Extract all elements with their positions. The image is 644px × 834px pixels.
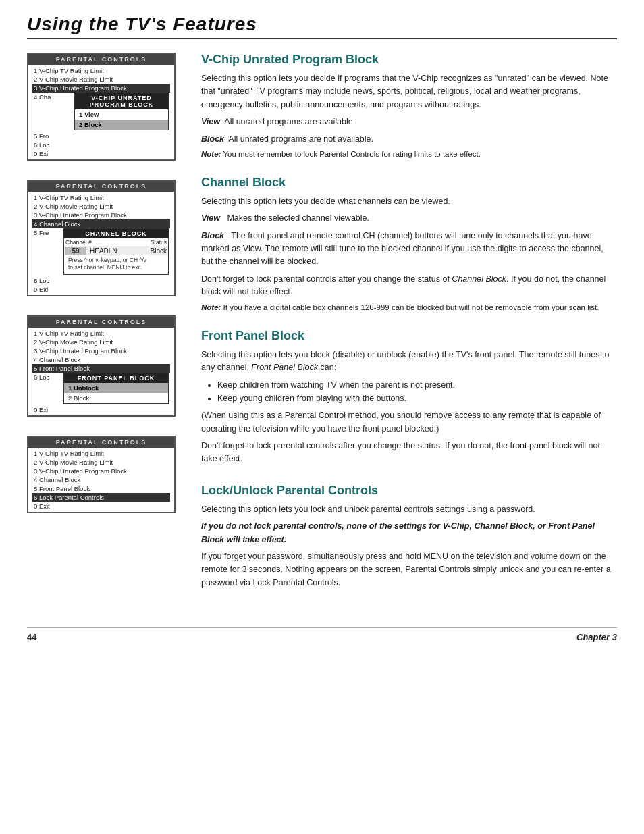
page-title: Using the TV's Features <box>27 14 617 35</box>
frontpanel-screen-header: PARENTAL CONTROLS <box>28 317 174 328</box>
fp-partial-1: 6 Loc <box>32 373 62 405</box>
lock-menu-item-5: 5 Front Panel Block <box>32 484 170 493</box>
vchip-partial-1: 4 Cha <box>32 93 73 132</box>
lock-menu-item-1: 1 V-Chip TV Rating Limit <box>32 449 170 458</box>
section-vchip-block: Block All unrated programs are not avail… <box>201 133 617 146</box>
channel-submenu: CHANNEL BLOCK Channel # Status 59 HEADLN… <box>63 228 169 275</box>
channel-status: Block <box>140 247 167 255</box>
fp-menu-item-2: 2 V-Chip Movie Rating Limit <box>32 338 170 346</box>
section-channel-view: View Makes the selected channel viewable… <box>201 212 617 225</box>
vchip-screen: PARENTAL CONTROLS 1 V-Chip TV Rating Lim… <box>27 53 176 161</box>
col-status: Status <box>151 239 167 246</box>
block-text: All unrated programs are not available. <box>228 134 373 144</box>
vchip-partial-2: 5 Fro <box>32 132 170 140</box>
right-column: V-Chip Unrated Program Block Selecting t… <box>201 53 617 607</box>
lock-menu-item-0: 0 Exit <box>32 502 170 511</box>
vchip-submenu-header: V-CHIP UNRATED PROGRAM BLOCK <box>75 93 168 109</box>
channel-note: Press ^ or v, keypad, or CH ^/vto set ch… <box>64 255 168 274</box>
content-area: PARENTAL CONTROLS 1 V-Chip TV Rating Lim… <box>27 53 617 607</box>
vchip-partial-3: 6 Loc <box>32 140 170 149</box>
vchip-note: Note: You must remember to lock Parental… <box>201 150 617 158</box>
block-label: Block <box>201 134 224 144</box>
ch-partial-2: 6 Loc <box>32 276 170 285</box>
section-channel-block: Block The front panel and remote control… <box>201 230 617 269</box>
lock-screen-header: PARENTAL CONTROLS <box>28 437 174 448</box>
note-text-channel: If you have a digital cable box channels… <box>223 303 599 311</box>
channel-block-italic: Channel Block <box>452 274 506 284</box>
channel-view-label: View <box>201 213 220 223</box>
section-frontpanel-intro: Selecting this option lets you block (di… <box>201 348 617 375</box>
section-channel-followup: Don't forget to lock parental controls a… <box>201 273 617 299</box>
channel-screen-menu: 1 V-Chip TV Rating Limit 2 V-Chip Movie … <box>28 192 174 295</box>
vchip-partial-4: 0 Exi <box>32 149 170 158</box>
lock-warning: If you do not lock parental controls, no… <box>201 520 617 546</box>
page-number: 44 <box>27 632 36 642</box>
lock-menu-item-6: 6 Lock Parental Controls <box>32 493 170 502</box>
section-vchip-title: V-Chip Unrated Program Block <box>201 53 617 67</box>
view-text: All unrated programs are available. <box>224 117 355 126</box>
section-vchip-view: View All unrated programs are available. <box>201 115 617 128</box>
channel-table-header: Channel # Status <box>64 238 168 246</box>
frontpanel-screen: PARENTAL CONTROLS 1 V-Chip TV Rating Lim… <box>27 315 176 417</box>
section-frontpanel-title: Front Panel Block <box>201 329 617 343</box>
fp-italic: Front Panel Block <box>251 363 318 372</box>
section-channel-intro: Selecting this option lets you decide wh… <box>201 195 617 208</box>
lock-menu-item-4: 4 Channel Block <box>32 475 170 484</box>
section-lock-title: Lock/Unlock Parental Controls <box>201 484 617 498</box>
frontpanel-bullets: Keep children from watching TV when the … <box>217 378 617 405</box>
vchip-menu-item-3: 3 V-Chip Unrated Program Block <box>32 84 170 93</box>
frontpanel-screen-menu: 1 V-Chip TV Rating Limit 2 V-Chip Movie … <box>28 328 174 415</box>
channel-view-text: Makes the selected channel viewable. <box>227 213 369 223</box>
channel-screen: PARENTAL CONTROLS 1 V-Chip TV Rating Lim… <box>27 180 176 296</box>
lock-menu-item-3: 3 V-Chip Unrated Program Block <box>32 467 170 475</box>
section-frontpanel: Front Panel Block Selecting this option … <box>201 329 617 466</box>
note-label-vchip: Note: <box>201 150 221 158</box>
lock-menu-item-2: 2 V-Chip Movie Rating Limit <box>32 458 170 467</box>
channel-number: 59 <box>65 247 86 255</box>
fp-submenu-block: 2 Block <box>64 393 168 403</box>
fp-bullet-2: Keep young children from playing with th… <box>217 392 617 405</box>
channel-submenu-header: CHANNEL BLOCK <box>64 229 168 238</box>
vchip-submenu-view: 1 View <box>75 109 168 120</box>
chapter-label: Chapter 3 <box>576 632 617 642</box>
section-channel: Channel Block Selecting this option lets… <box>201 176 617 311</box>
channel-block-label: Block <box>201 231 224 240</box>
fp-bullet-1: Keep children from watching TV when the … <box>217 378 617 392</box>
vchip-screen-header: PARENTAL CONTROLS <box>28 54 174 65</box>
ch-menu-item-1: 1 V-Chip TV Rating Limit <box>32 193 170 202</box>
fp-extra: (When using this as a Parental Control m… <box>201 409 617 436</box>
section-lock: Lock/Unlock Parental Controls Selecting … <box>201 484 617 590</box>
lock-screen: PARENTAL CONTROLS 1 V-Chip TV Rating Lim… <box>27 436 176 513</box>
channel-name: HEADLN <box>90 247 136 255</box>
view-label: View <box>201 117 220 126</box>
lock-screen-menu: 1 V-Chip TV Rating Limit 2 V-Chip Movie … <box>28 448 174 512</box>
vchip-screen-menu: 1 V-Chip TV Rating Limit 2 V-Chip Movie … <box>28 65 174 159</box>
frontpanel-submenu-header: FRONT PANEL BLOCK <box>64 373 168 383</box>
vchip-submenu: V-CHIP UNRATED PROGRAM BLOCK 1 View 2 Bl… <box>74 93 169 130</box>
note-text-vchip: You must remember to lock Parental Contr… <box>223 150 481 158</box>
ch-menu-item-3: 3 V-Chip Unrated Program Block <box>32 211 170 219</box>
ch-menu-item-2: 2 V-Chip Movie Rating Limit <box>32 202 170 211</box>
vchip-submenu-block: 2 Block <box>75 120 168 130</box>
channel-block-text: The front panel and remote control CH (c… <box>201 231 603 267</box>
fp-partial-2: 0 Exi <box>32 405 170 414</box>
frontpanel-submenu: FRONT PANEL BLOCK 1 Unblock 2 Block <box>63 373 169 404</box>
section-lock-intro: Selecting this option lets you lock and … <box>201 503 617 516</box>
lock-followup: If you forget your password, simultaneou… <box>201 550 617 590</box>
fp-menu-item-1: 1 V-Chip TV Rating Limit <box>32 329 170 338</box>
channel-screen-header: PARENTAL CONTROLS <box>28 181 174 192</box>
vchip-menu-item-2: 2 V-Chip Movie Rating Limit <box>32 75 170 84</box>
page-header: Using the TV's Features <box>27 14 617 39</box>
section-channel-title: Channel Block <box>201 176 617 190</box>
note-label-channel: Note: <box>201 303 221 311</box>
fp-submenu-unblock: 1 Unblock <box>64 383 168 393</box>
fp-menu-item-3: 3 V-Chip Unrated Program Block <box>32 346 170 355</box>
section-vchip: V-Chip Unrated Program Block Selecting t… <box>201 53 617 158</box>
page-footer: 44 Chapter 3 <box>27 627 617 642</box>
section-vchip-para: Selecting this option lets you decide if… <box>201 72 617 111</box>
ch-partial-3: 0 Exi <box>32 285 170 294</box>
col-channel: Channel # <box>65 239 92 246</box>
fp-followup: Don't forget to lock parental controls a… <box>201 440 617 466</box>
left-column: PARENTAL CONTROLS 1 V-Chip TV Rating Lim… <box>27 53 182 607</box>
ch-partial-1: 5 Fre <box>32 228 62 276</box>
